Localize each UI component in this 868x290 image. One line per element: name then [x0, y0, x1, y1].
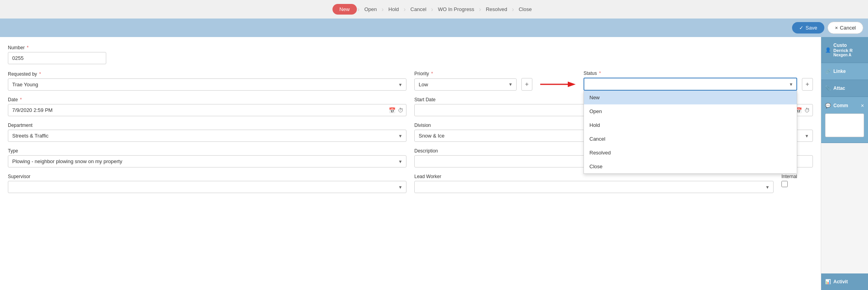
status-dropdown-menu: New Open Hold Cancel: [584, 91, 797, 174]
person-icon: 👤: [825, 47, 831, 53]
supervisor-label: Supervisor: [8, 174, 406, 179]
type-group: Type Plowing - neighbor plowing snow on …: [8, 148, 406, 167]
calendar-icon[interactable]: 📅: [389, 107, 395, 113]
date-label: Date *: [8, 97, 406, 102]
status-dropdown-container: New Open Hold Cancel Resolved Close ▼: [584, 78, 797, 91]
comment-icon: 💬: [825, 103, 831, 108]
status-select[interactable]: New Open Hold Cancel Resolved Close: [584, 78, 797, 91]
cross-icon: ×: [835, 25, 838, 31]
number-required: *: [27, 45, 29, 50]
type-label: Type: [8, 148, 406, 154]
main-layout: Number * Requested by * Trae Young ▼: [0, 37, 868, 290]
comment-close-button[interactable]: ×: [861, 102, 864, 109]
date-input[interactable]: [8, 104, 406, 116]
sidebar-tab-attach[interactable]: 📎 Attac: [821, 80, 868, 97]
status-step-new[interactable]: New: [332, 4, 357, 15]
toolbar: ✓ Save × Cancel: [0, 19, 868, 37]
start-date-icons: 📅 ⏱: [795, 107, 810, 113]
supervisor-wrapper: ▼: [8, 181, 406, 193]
status-option-resolved[interactable]: Resolved: [584, 146, 797, 160]
supervisor-group: Supervisor ▼: [8, 174, 406, 193]
svg-marker-1: [568, 82, 576, 87]
date-icons: 📅 ⏱: [389, 107, 403, 113]
priority-required: *: [431, 71, 433, 76]
sidebar-tab-linked[interactable]: 🔗 Linke: [821, 63, 868, 80]
form-area: Number * Requested by * Trae Young ▼: [0, 37, 821, 290]
status-option-open[interactable]: Open: [584, 104, 797, 118]
lead-worker-label: Lead Worker: [414, 174, 774, 179]
department-select[interactable]: Streets & Traffic: [8, 130, 406, 142]
priority-select[interactable]: Low: [414, 78, 517, 91]
sidebar-tab-comment[interactable]: 💬 Comm ×: [821, 97, 868, 143]
arrow-container: [540, 80, 576, 91]
internal-group: Internal: [781, 174, 813, 193]
department-label: Department: [8, 123, 406, 128]
status-bar: New › Open › Hold › Cancel › WO In Progr…: [0, 0, 868, 19]
date-group: Date * 📅 ⏱: [8, 97, 406, 116]
divider-6: ›: [512, 6, 514, 13]
requested-by-label: Requested by *: [8, 71, 406, 77]
divider-4: ›: [431, 6, 433, 13]
supervisor-row: Supervisor ▼ Lead Worker ▼: [8, 174, 813, 193]
cancel-button[interactable]: × Cancel: [827, 22, 863, 34]
internal-label: Internal: [781, 174, 813, 179]
start-clock-icon[interactable]: ⏱: [804, 107, 810, 113]
number-input[interactable]: [8, 52, 106, 64]
status-group: Status * New Open Hold Cancel Resolv: [584, 71, 813, 91]
requested-priority-status-row: Requested by * Trae Young ▼ Priority *: [8, 71, 813, 91]
date-required: *: [20, 97, 22, 102]
status-step-close[interactable]: Close: [515, 4, 536, 15]
status-step-hold[interactable]: Hold: [384, 4, 403, 15]
sidebar-tab-customer[interactable]: 👤 Custo Derrick R Nexgen A: [821, 37, 868, 63]
type-select[interactable]: Plowing - neighbor plowing snow on my pr…: [8, 155, 406, 167]
number-group: Number *: [8, 45, 106, 64]
clock-icon[interactable]: ⏱: [398, 107, 403, 113]
priority-input-row: Low ▼ +: [414, 78, 532, 91]
supervisor-select[interactable]: [8, 181, 406, 193]
paperclip-icon: 📎: [825, 86, 831, 91]
status-add-button[interactable]: +: [802, 78, 813, 91]
number-row: Number *: [8, 45, 813, 64]
status-step-resolved[interactable]: Resolved: [482, 4, 511, 15]
priority-group: Priority * Low ▼ +: [414, 71, 532, 91]
priority-label: Priority *: [414, 71, 532, 76]
status-step-open[interactable]: Open: [360, 4, 381, 15]
status-step-wo-in-progress[interactable]: WO In Progress: [434, 4, 478, 15]
status-required: *: [599, 71, 601, 76]
status-option-new[interactable]: New: [584, 91, 797, 104]
right-sidebar: 👤 Custo Derrick R Nexgen A 🔗 Linke 📎 Att…: [821, 37, 868, 290]
divider-5: ›: [479, 6, 481, 13]
priority-wrapper: Low ▼: [414, 78, 517, 91]
save-button[interactable]: ✓ Save: [792, 22, 824, 33]
requested-by-wrapper: Trae Young ▼: [8, 78, 406, 91]
date-wrapper: 📅 ⏱: [8, 104, 406, 116]
department-group: Department Streets & Traffic ▼: [8, 123, 406, 142]
lead-worker-select[interactable]: [414, 181, 774, 193]
requested-required: *: [39, 71, 41, 77]
red-arrow-icon: [540, 80, 576, 89]
priority-add-button[interactable]: +: [521, 78, 532, 91]
status-step-cancel[interactable]: Cancel: [406, 4, 430, 15]
lead-worker-wrapper: ▼: [414, 181, 774, 193]
status-label: Status *: [584, 71, 813, 76]
status-option-hold[interactable]: Hold: [584, 118, 797, 132]
requested-by-select[interactable]: Trae Young: [8, 78, 406, 91]
divider-1: ›: [358, 6, 360, 13]
status-option-cancel[interactable]: Cancel: [584, 132, 797, 146]
lead-worker-group: Lead Worker ▼: [414, 174, 774, 193]
requested-by-group: Requested by * Trae Young ▼: [8, 71, 406, 91]
comment-textarea[interactable]: [825, 113, 864, 137]
divider-3: ›: [404, 6, 406, 13]
status-select-wrapper: New Open Hold Cancel Resolved Close ▼: [584, 78, 797, 91]
department-wrapper: Streets & Traffic ▼: [8, 130, 406, 142]
number-label: Number *: [8, 45, 106, 50]
status-option-close[interactable]: Close: [584, 160, 797, 173]
sidebar-tab-activity[interactable]: 📊 Activit: [821, 273, 868, 290]
divider-2: ›: [382, 6, 384, 13]
internal-checkbox[interactable]: [781, 181, 788, 187]
activity-icon: 📊: [825, 279, 831, 284]
status-input-row: New Open Hold Cancel Resolved Close ▼: [584, 78, 813, 91]
checkmark-icon: ✓: [799, 25, 803, 31]
link-icon: 🔗: [825, 69, 831, 74]
type-wrapper: Plowing - neighbor plowing snow on my pr…: [8, 155, 406, 167]
